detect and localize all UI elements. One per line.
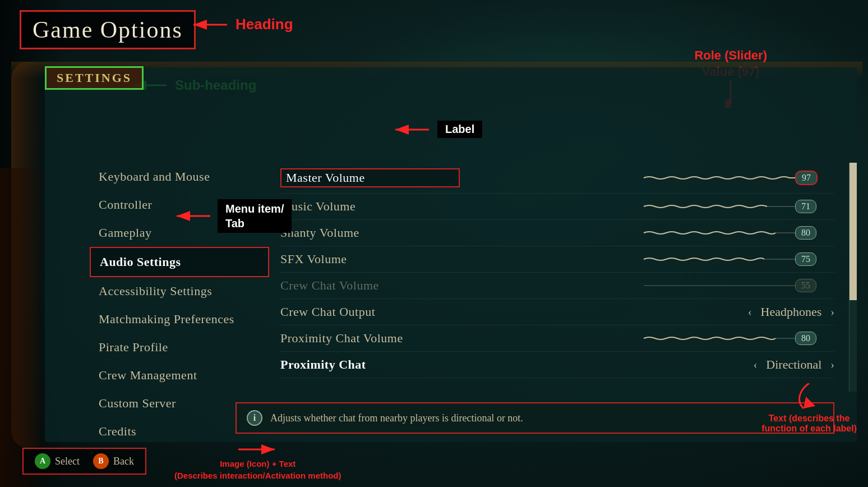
setting-row-crew-chat-volume: Crew Chat Volume 55 — [280, 273, 834, 299]
bottom-annotation-arrow-icon — [236, 441, 280, 458]
info-icon: i — [247, 410, 262, 426]
sfx-volume-value: 75 — [795, 252, 816, 266]
sidebar-item-crew[interactable]: Crew Management — [90, 361, 269, 389]
proximity-chat-volume-label: Proximity Chat Volume — [280, 331, 460, 346]
master-volume-value: 97 — [795, 171, 818, 185]
bottom-annotation-label: Image (Icon) + Text (Describes interacti… — [174, 459, 341, 480]
crew-chat-output-next-arrow[interactable]: › — [830, 306, 834, 319]
master-volume-slider-track[interactable] — [644, 173, 795, 182]
shanty-volume-slider-track[interactable] — [644, 228, 795, 237]
back-button[interactable]: B Back — [93, 453, 134, 469]
sfx-volume-slider-track[interactable] — [644, 255, 795, 264]
scrollbar-thumb[interactable] — [849, 163, 857, 300]
crew-chat-output-select[interactable]: ‹ Headphones › — [748, 305, 834, 319]
menuitem-annotation: Menu item/ Tab — [174, 199, 292, 233]
sfx-volume-control[interactable]: 75 — [460, 252, 834, 266]
content-area: Master Volume 97 Music Volume — [280, 163, 834, 394]
select-button-label: Select — [55, 456, 80, 467]
sidebar-item-matchmaking[interactable]: Matchmaking Preferences — [90, 305, 269, 333]
label-annotation-badge: Label — [437, 121, 482, 138]
page-title: Game Options — [33, 17, 183, 43]
function-annotation: Text (describes the function of each lab… — [761, 383, 857, 434]
info-box: i Adjusts whether chat from nearby playe… — [236, 402, 834, 434]
proximity-chat-volume-control[interactable]: 80 — [460, 332, 834, 345]
back-button-icon: B — [93, 453, 109, 469]
label-annotation: Label — [393, 121, 482, 138]
proximity-chat-select[interactable]: ‹ Directional › — [754, 357, 834, 372]
menuitem-annotation-badge: Menu item/ Tab — [218, 199, 292, 233]
sfx-volume-label: SFX Volume — [280, 252, 460, 267]
sidebar-item-keyboard[interactable]: Keyboard and Mouse — [90, 163, 269, 191]
crew-chat-output-prev-arrow[interactable]: ‹ — [748, 306, 752, 319]
select-button[interactable]: A Select — [35, 453, 80, 469]
scrollbar[interactable] — [849, 163, 857, 392]
settings-subheading-area: Settings — [45, 66, 144, 90]
settings-label-box: Settings — [45, 66, 144, 90]
music-volume-label: Music Volume — [280, 199, 460, 214]
setting-row-proximity-chat-volume: Proximity Chat Volume 80 — [280, 325, 834, 352]
crew-chat-volume-label: Crew Chat Volume — [280, 278, 460, 293]
setting-row-sfx-volume: SFX Volume 75 — [280, 246, 834, 273]
proximity-chat-label: Proximity Chat — [280, 357, 460, 372]
label-arrow-icon — [393, 124, 432, 135]
sidebar: Keyboard and Mouse Controller Gameplay A… — [90, 163, 269, 394]
crew-chat-output-control[interactable]: ‹ Headphones › — [460, 305, 834, 319]
proximity-chat-next-arrow[interactable]: › — [830, 359, 834, 371]
crew-chat-slider-track — [644, 281, 795, 290]
sidebar-item-pirate[interactable]: Pirate Profile — [90, 333, 269, 361]
proximity-chat-control[interactable]: ‹ Directional › — [460, 357, 834, 372]
settings-label: Settings — [57, 71, 132, 85]
crew-chat-volume-value: 55 — [795, 279, 816, 292]
setting-row-crew-chat-output: Crew Chat Output ‹ Headphones › — [280, 299, 834, 325]
heading-arrow-icon — [191, 19, 230, 30]
master-volume-control[interactable]: 97 — [460, 171, 834, 185]
crew-chat-output-value: Headphones — [761, 305, 822, 319]
info-text: Adjusts whether chat from nearby players… — [270, 412, 523, 424]
sidebar-item-audio[interactable]: Audio Settings — [90, 247, 269, 277]
shanty-volume-control[interactable]: 80 — [460, 226, 834, 240]
heading-annotation-label: Heading — [236, 16, 293, 33]
heading-annotation: Heading — [191, 16, 293, 33]
shanty-volume-value: 80 — [795, 226, 816, 240]
function-arrow-icon — [792, 383, 826, 411]
setting-row-master-volume: Master Volume 97 — [280, 163, 834, 194]
proximity-chat-value: Directional — [766, 357, 821, 372]
back-button-label: Back — [113, 456, 134, 467]
character-area — [0, 168, 45, 487]
music-volume-slider-track[interactable] — [644, 202, 795, 211]
music-volume-value: 71 — [795, 200, 816, 213]
game-options-title-box: Game Options — [20, 10, 196, 49]
shanty-volume-label: Shanty Volume — [280, 226, 460, 240]
music-volume-control[interactable]: 71 — [460, 200, 834, 213]
sidebar-item-accessibility[interactable]: Accessibility Settings — [90, 277, 269, 305]
bottom-annotation: Image (Icon) + Text (Describes interacti… — [174, 441, 341, 481]
setting-row-shanty-volume: Shanty Volume 80 — [280, 220, 834, 246]
crew-chat-volume-control: 55 — [460, 279, 834, 292]
proximity-chat-volume-slider-track[interactable] — [644, 334, 795, 343]
bottom-actions-box: A Select B Back — [22, 448, 146, 475]
setting-row-music-volume: Music Volume 71 — [280, 194, 834, 220]
crew-chat-output-label: Crew Chat Output — [280, 305, 460, 319]
bottom-bar: A Select B Back Image (Icon) + Text (Des… — [22, 441, 846, 481]
select-button-icon: A — [35, 453, 50, 469]
function-annotation-label: Text (describes the function of each lab… — [761, 414, 857, 433]
setting-row-proximity-chat: Proximity Chat ‹ Directional › — [280, 352, 834, 378]
menuitem-arrow-icon — [174, 210, 213, 222]
proximity-chat-prev-arrow[interactable]: ‹ — [754, 359, 758, 371]
proximity-chat-volume-value: 80 — [795, 332, 816, 345]
master-volume-label: Master Volume — [280, 168, 460, 187]
